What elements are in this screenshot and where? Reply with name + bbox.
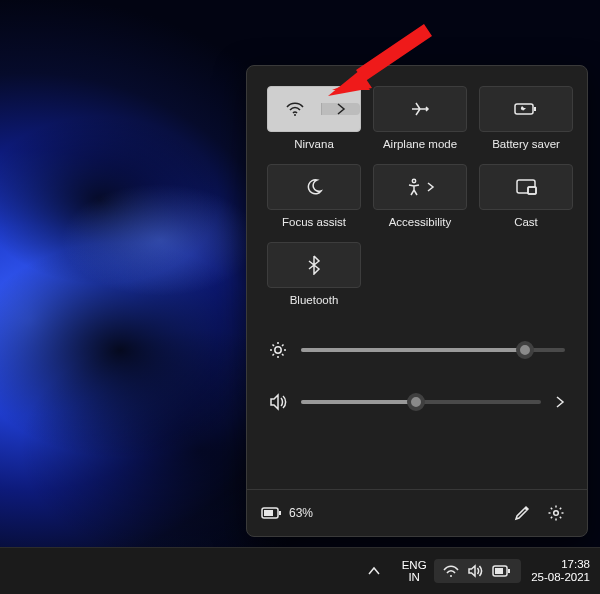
svg-rect-16	[508, 569, 510, 573]
wifi-expand-button[interactable]	[321, 103, 360, 115]
wifi-toggle[interactable]	[268, 101, 321, 117]
lang-secondary: IN	[408, 571, 420, 583]
accessibility-icon	[406, 178, 422, 196]
airplane-tile[interactable]	[373, 86, 467, 132]
sliders-section	[247, 318, 587, 438]
tray-overflow-button[interactable]	[368, 566, 394, 576]
cast-icon	[515, 179, 537, 195]
wifi-tile[interactable]	[267, 86, 361, 132]
brightness-slider[interactable]	[301, 348, 565, 352]
wifi-icon	[285, 101, 305, 117]
volume-row	[269, 376, 565, 428]
svg-point-14	[450, 575, 452, 577]
chevron-up-icon	[368, 566, 380, 576]
taskbar: ENG IN 17:38 25-08-2021	[0, 547, 600, 594]
svg-point-0	[294, 114, 296, 116]
chevron-right-icon	[336, 103, 346, 115]
brightness-row	[269, 324, 565, 376]
battery-saver-label: Battery saver	[492, 138, 560, 150]
system-tray-button[interactable]	[434, 559, 521, 583]
bluetooth-tile[interactable]	[267, 242, 361, 288]
clock-time: 17:38	[561, 558, 590, 571]
speaker-icon	[468, 564, 483, 578]
clock-date: 25-08-2021	[531, 571, 590, 584]
brightness-icon	[269, 341, 287, 359]
svg-point-7	[275, 347, 281, 353]
focus-assist-tile[interactable]	[267, 164, 361, 210]
cast-label: Cast	[514, 216, 538, 228]
bluetooth-label: Bluetooth	[290, 294, 339, 306]
wifi-icon	[443, 565, 459, 578]
accessibility-label: Accessibility	[389, 216, 452, 228]
svg-rect-10	[264, 510, 273, 516]
language-button[interactable]: ENG IN	[398, 559, 430, 583]
moon-icon	[305, 178, 323, 196]
bluetooth-icon	[307, 255, 321, 275]
battery-percentage: 63%	[289, 506, 313, 520]
clock-button[interactable]: 17:38 25-08-2021	[531, 558, 590, 584]
edit-button[interactable]	[505, 496, 539, 530]
quick-settings-panel: Nirvana Airplane mode Battery saver	[246, 65, 588, 537]
quick-tiles-grid: Nirvana Airplane mode Battery saver	[247, 66, 587, 318]
volume-expand-button[interactable]	[555, 396, 565, 408]
svg-rect-2	[534, 107, 536, 111]
lang-primary: ENG	[402, 559, 427, 571]
wifi-label: Nirvana	[294, 138, 334, 150]
svg-point-3	[412, 179, 415, 182]
battery-icon	[492, 565, 512, 577]
cast-tile[interactable]	[479, 164, 573, 210]
battery-icon	[261, 506, 283, 520]
svg-point-11	[554, 511, 559, 516]
accessibility-tile[interactable]	[373, 164, 467, 210]
panel-footer: 63%	[247, 489, 587, 536]
chevron-right-icon	[427, 182, 435, 192]
battery-saver-icon	[513, 101, 539, 117]
svg-rect-9	[279, 511, 281, 515]
svg-rect-5	[528, 187, 536, 194]
volume-slider[interactable]	[301, 400, 541, 404]
airplane-label: Airplane mode	[383, 138, 457, 150]
pencil-icon	[514, 505, 530, 521]
svg-rect-17	[495, 568, 503, 574]
settings-button[interactable]	[539, 496, 573, 530]
airplane-icon	[409, 100, 431, 118]
gear-icon	[547, 504, 565, 522]
speaker-icon	[269, 393, 287, 411]
battery-saver-tile[interactable]	[479, 86, 573, 132]
focus-assist-label: Focus assist	[282, 216, 346, 228]
